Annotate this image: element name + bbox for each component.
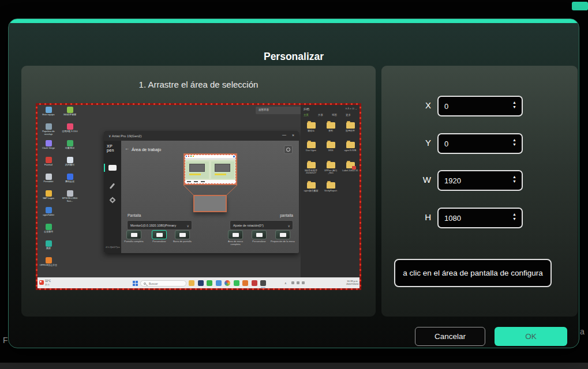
screen-preview[interactable]: Este equipo Papelera de reciclaje Clash … (38, 105, 359, 288)
desktop-icon[interactable]: Pentablet (39, 174, 58, 183)
h-spinner[interactable]: ▲▼ (512, 213, 516, 221)
taskbar-app-icon[interactable] (224, 280, 230, 286)
desktop-icon[interactable]: 内部网站 (60, 157, 80, 167)
desktop-icon[interactable]: SAP Logon (39, 190, 58, 200)
explorer-tab[interactable]: 更多 (346, 114, 351, 116)
folder-label: 应用软件 (341, 130, 359, 133)
tablet-area-rect[interactable] (193, 195, 227, 212)
folder-icon (307, 182, 316, 189)
mode-fullscreen[interactable]: Pantalla completa (121, 230, 147, 243)
w-spinner[interactable]: ▲▼ (512, 175, 516, 183)
folder-label: ugee马克笔 (341, 149, 359, 152)
tray-icon[interactable] (291, 281, 294, 284)
desktop-icon[interactable]: Foxmail (39, 157, 58, 167)
taskbar-app-icon[interactable] (260, 280, 266, 286)
weather-icon[interactable] (39, 280, 44, 285)
desktop-icon[interactable]: ugeeTablet (39, 207, 58, 217)
taskbar-app-icon[interactable] (252, 280, 257, 286)
desktop-icon[interactable]: Este equipo (39, 107, 58, 116)
folder-item[interactable]: 1816 (321, 142, 340, 152)
desktop-icon[interactable]: 360软件管家 (60, 107, 80, 116)
folder-item[interactable]: Label 20602 41 (341, 162, 359, 172)
folder-item[interactable]: 360手机助手 20240527 (302, 162, 320, 175)
pen-icon[interactable] (110, 183, 115, 189)
taskbar-app-icon[interactable] (234, 280, 239, 286)
taskbar-app-icon[interactable] (198, 280, 204, 286)
spinner-up-icon[interactable]: ▲ (512, 138, 516, 142)
explorer-tab[interactable]: 共享 (318, 114, 323, 116)
monitor-icon (126, 230, 141, 239)
tray-icon[interactable] (302, 281, 305, 284)
chevron-down-icon: ∨ (288, 224, 290, 228)
desktop-icon[interactable]: Clash Verge (39, 140, 58, 150)
desktop-icon[interactable]: 印象笔记 (60, 140, 80, 150)
rotation-dropdown[interactable]: Ajuste de rotación(0°) ∨ (230, 220, 293, 230)
minimize-button[interactable]: — (282, 133, 286, 137)
mode-customize[interactable]: Personalizar (147, 230, 172, 243)
device-selector[interactable]: ∨ Artist Pro 19(Gen2) (108, 134, 141, 138)
tray-icon[interactable] (297, 281, 299, 284)
monitor-dropdown[interactable]: Monitor1(0.0.1920.1080)Primary ∨ (127, 220, 192, 230)
spinner-up-icon[interactable]: ▲ (512, 175, 516, 179)
close-button[interactable]: × (292, 133, 294, 137)
folder-item[interactable]: ugee马克笔 (341, 142, 359, 152)
explorer-window-controls[interactable]: ≡ A + ⊡ ⌄ (346, 107, 357, 110)
desktop-icon[interactable]: 商桥 (39, 240, 58, 250)
ok-button[interactable]: OK (495, 327, 567, 346)
folder-item[interactable]: XPPen (AO) _files (321, 162, 340, 175)
x-spinner[interactable]: ▲▼ (512, 101, 516, 109)
desktop-icon-label: ugeeTablet (39, 214, 58, 217)
file-explorer-window: 归档 ≡ A + ⊡ ⌄ 主页 共享 视图 更多 驱动运 资料 应用软件 Dav… (301, 105, 359, 277)
desktop-icon[interactable]: 全民K歌 9.13.0 (60, 123, 80, 133)
folder-icon (327, 122, 335, 129)
spinner-up-icon[interactable]: ▲ (512, 213, 516, 217)
mode-tablet-ratio[interactable]: Proporción de la mesa (270, 230, 295, 243)
spinner-down-icon[interactable]: ▼ (512, 143, 516, 147)
driver-titlebar: ∨ Artist Pro 19(Gen2) — × (104, 131, 299, 141)
explorer-tab[interactable]: 主页 (304, 114, 309, 116)
folder-label: VerifyReport (321, 190, 340, 193)
tray-expand-icon[interactable]: ∧ (284, 281, 287, 285)
refresh-button[interactable] (284, 145, 293, 154)
spinner-up-icon[interactable]: ▲ (512, 101, 516, 105)
taskbar-app-icon[interactable] (242, 280, 248, 286)
tablet-icon[interactable] (108, 165, 117, 171)
x-input[interactable]: 0 ▲▼ (437, 96, 523, 116)
desktop-icon[interactable]: EPSON L1800 Seri... (60, 190, 80, 202)
cancel-button[interactable]: Cancelar (415, 327, 485, 346)
desktop-icon[interactable]: OFFICE办公大全 (39, 257, 58, 267)
windows-start-icon[interactable] (133, 281, 135, 283)
folder-item[interactable]: ugee标注素材 (302, 182, 320, 192)
taskbar-app-icon[interactable] (189, 280, 194, 286)
desktop-icon[interactable]: 腾讯会议 (60, 174, 80, 183)
desktop-icon-label: SAP Logon (39, 197, 58, 200)
spinner-down-icon[interactable]: ▼ (512, 217, 516, 221)
w-input[interactable]: 1920 ▲▼ (437, 170, 523, 191)
monitor-icon (228, 230, 243, 239)
h-input[interactable]: 1080 ▲▼ (437, 208, 523, 228)
mode-full-tablet-area[interactable]: Área de mesa completa (223, 230, 248, 246)
spinner-down-icon[interactable]: ▼ (512, 180, 516, 184)
folder-item[interactable]: Dav Ugee (302, 142, 320, 152)
folder-item[interactable]: 资料 (321, 122, 340, 132)
explorer-tab[interactable]: 视图 (332, 114, 337, 116)
mode-screenbar[interactable]: Barra de pantalla (170, 230, 195, 243)
folder-item[interactable]: 应用软件 (341, 122, 359, 132)
mode-customize-tablet[interactable]: Personalizar (246, 230, 272, 243)
folder-label: 资料 (321, 130, 340, 133)
back-arrow-icon[interactable]: ← (125, 146, 129, 151)
taskbar-app-icon[interactable] (207, 280, 212, 286)
folder-item[interactable]: 驱动运 (302, 122, 320, 132)
taskbar-search[interactable]: Buscar (140, 280, 186, 287)
spinner-down-icon[interactable]: ▼ (512, 106, 516, 110)
desktop-icon[interactable]: 企业微信 (39, 224, 58, 234)
gear-icon[interactable] (110, 198, 115, 202)
taskbar-clock[interactable]: 16:39 p.m. 26/07/2024 (346, 280, 358, 285)
clock-date: 26/07/2024 (346, 283, 358, 285)
y-input[interactable]: 0 ▲▼ (437, 133, 523, 154)
y-spinner[interactable]: ▲▼ (512, 138, 516, 146)
desktop-icon[interactable]: Papelera de reciclaje (39, 123, 58, 135)
monitor-thumbnail[interactable] (183, 153, 237, 185)
folder-item[interactable]: VerifyReport (321, 182, 340, 192)
taskbar-app-icon[interactable] (216, 280, 222, 286)
